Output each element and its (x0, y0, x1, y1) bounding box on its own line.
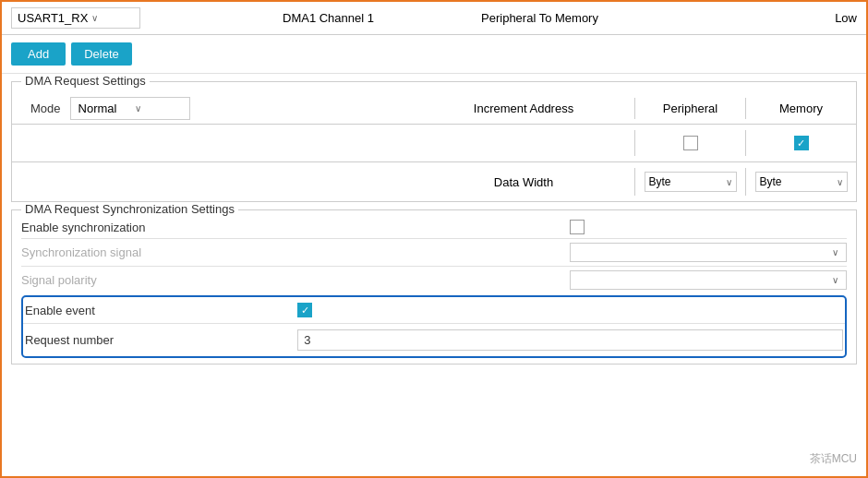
sync-signal-row: Synchronization signal ∨ (21, 238, 847, 266)
sync-signal-label: Synchronization signal (21, 245, 570, 259)
mode-chevron-icon: ∨ (135, 103, 141, 114)
sync-signal-chevron-icon: ∨ (832, 247, 838, 257)
sync-signal-control: ∨ (570, 243, 847, 262)
channel-name-label: USART1_RX (18, 11, 88, 25)
peripheral-increment-checkbox[interactable] (683, 136, 698, 150)
memory-header: Memory (779, 102, 823, 115)
memory-dw-chevron-icon: ∨ (837, 177, 843, 187)
request-number-label: Request number (25, 333, 297, 347)
main-container: USART1_RX ∨ DMA1 Channel 1 Peripheral To… (0, 0, 868, 478)
channel-select[interactable]: USART1_RX ∨ (11, 7, 140, 29)
enable-sync-control (570, 220, 847, 234)
enable-event-label: Enable event (25, 304, 297, 317)
dma-sync-settings-title: DMA Request Synchronization Settings (21, 202, 238, 216)
memory-data-width-select[interactable]: Byte ∨ (755, 172, 848, 192)
peripheral-dw-chevron-icon: ∨ (726, 177, 732, 187)
peripheral-data-width-value: Byte (649, 175, 671, 188)
mode-select[interactable]: Normal ∨ (70, 97, 190, 120)
buttons-row: Add Delete (2, 35, 866, 74)
enable-event-checkbox[interactable]: ✓ (297, 303, 312, 317)
delete-button[interactable]: Delete (71, 42, 132, 66)
polarity-chevron-icon: ∨ (832, 275, 838, 285)
signal-polarity-select[interactable]: ∨ (570, 270, 847, 290)
mode-value: Normal (78, 102, 117, 115)
dma-request-settings-title: DMA Request Settings (21, 74, 150, 88)
data-width-label: Data Width (494, 175, 553, 189)
highlight-box: Enable event ✓ Request number (21, 295, 847, 358)
priority-label: Low (835, 11, 857, 25)
direction-label: Peripheral To Memory (481, 11, 598, 25)
watermark: 茶话MCU (810, 451, 857, 467)
dma-channel-label: DMA1 Channel 1 (283, 11, 374, 25)
event-check-icon: ✓ (301, 305, 309, 317)
enable-event-row: Enable event ✓ (23, 297, 845, 323)
enable-sync-label: Enable synchronization (21, 221, 570, 234)
mode-label: Mode (21, 102, 61, 115)
enable-sync-checkbox[interactable] (570, 220, 585, 234)
increment-address-label: Increment Address (474, 102, 573, 115)
signal-polarity-row: Signal polarity ∨ (21, 266, 847, 293)
watermark-text: 茶话MCU (810, 452, 857, 465)
dma-request-settings-section: DMA Request Settings Mode Normal ∨ Incre… (11, 81, 857, 202)
channel-chevron-icon: ∨ (91, 13, 98, 23)
peripheral-header: Peripheral (663, 102, 717, 115)
enable-event-control: ✓ (297, 303, 843, 317)
enable-sync-row: Enable synchronization (21, 216, 847, 238)
request-number-row: Request number (23, 323, 845, 356)
sync-signal-select[interactable]: ∨ (570, 243, 847, 262)
signal-polarity-control: ∨ (570, 270, 847, 290)
signal-polarity-label: Signal polarity (21, 273, 570, 287)
request-number-control (297, 329, 843, 351)
dma-sync-settings-section: DMA Request Synchronization Settings Ena… (11, 209, 857, 364)
top-row: USART1_RX ∨ DMA1 Channel 1 Peripheral To… (2, 2, 866, 35)
request-number-input[interactable] (297, 329, 843, 351)
memory-check-icon: ✓ (797, 137, 805, 149)
memory-data-width-value: Byte (760, 175, 782, 188)
peripheral-data-width-select[interactable]: Byte ∨ (645, 172, 737, 192)
add-button[interactable]: Add (11, 42, 66, 66)
memory-increment-checkbox[interactable]: ✓ (794, 136, 809, 150)
